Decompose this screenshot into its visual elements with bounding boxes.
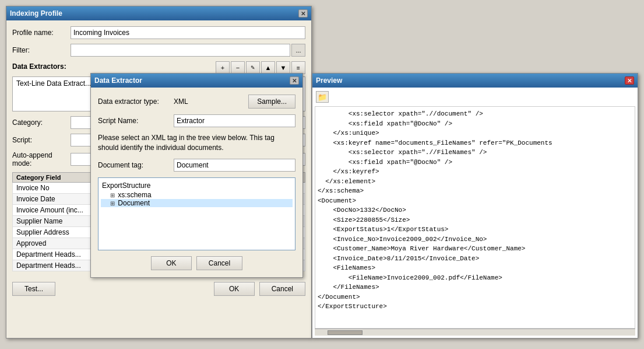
doc-tag-label: Document tag: bbox=[98, 161, 174, 169]
preview-title: Preview bbox=[316, 76, 342, 85]
schema-expand-icon: ⊞ bbox=[110, 192, 115, 198]
add-extractor-btn[interactable]: + bbox=[216, 61, 230, 74]
profile-name-row: Profile name: bbox=[12, 26, 305, 39]
xml-line: <xs:keyref name="documents_FileNames" re… bbox=[318, 138, 632, 148]
tree-schema-label: xs:schema bbox=[118, 191, 151, 199]
extractor-dialog-title: Data Extractor bbox=[94, 76, 142, 85]
xml-line: <xs:selector xpath=".//FileNames" /> bbox=[318, 148, 632, 158]
xml-preview[interactable]: <xs:selector xpath=".//document" /> <xs:… bbox=[315, 106, 635, 329]
tree-document-label: Document bbox=[118, 199, 150, 207]
edit-extractor-btn[interactable]: ✎ bbox=[246, 61, 260, 74]
xml-line: <FileName>Invoice2009_002.pdf</FileName> bbox=[318, 273, 632, 283]
xml-line: </ExportStructure> bbox=[318, 302, 632, 312]
horizontal-scrollbar[interactable] bbox=[315, 329, 635, 336]
xml-tree[interactable]: ExportStructure ⊞ xs:schema ⊞ Document bbox=[98, 177, 295, 250]
xml-line: </xs:keyref> bbox=[318, 167, 632, 177]
tree-root-label: ExportStructure bbox=[102, 182, 150, 190]
test-button[interactable]: Test... bbox=[12, 282, 55, 296]
xml-line: </FileNames> bbox=[318, 282, 632, 292]
xml-line: <xs:field xpath="@DocNo" /> bbox=[318, 119, 632, 129]
script-name-label: Script Name: bbox=[98, 117, 174, 125]
extractor-dialog-window: Data Extractor ✕ Data extractor type: XM… bbox=[90, 73, 303, 278]
xml-line: </xs:unique> bbox=[318, 128, 632, 138]
xml-line: </xs:element> bbox=[318, 177, 632, 187]
xml-line: <xs:selector xpath=".//document" /> bbox=[318, 109, 632, 119]
category-label: Category: bbox=[12, 118, 71, 127]
script-name-input[interactable] bbox=[174, 114, 295, 127]
extractor-cancel-button[interactable]: Cancel bbox=[196, 256, 242, 270]
folder-icon: 📁 bbox=[318, 93, 327, 102]
ok-button[interactable]: OK bbox=[214, 282, 255, 296]
tree-root-item[interactable]: ExportStructure bbox=[101, 180, 293, 191]
extractor-dialog-buttons: OK Cancel bbox=[98, 256, 295, 270]
xml-line: </Document> bbox=[318, 292, 632, 302]
doc-tag-row: Document tag: bbox=[98, 159, 295, 172]
tree-schema-item[interactable]: ⊞ xs:schema bbox=[101, 191, 293, 199]
dialog-description: Please select an XML tag in the tree vie… bbox=[98, 133, 295, 153]
xml-line: <Invoice_No>Invoice2009_002</Invoice_No> bbox=[318, 235, 632, 245]
indexing-window-title: Indexing Profile bbox=[10, 9, 62, 18]
folder-icon-btn[interactable]: 📁 bbox=[316, 91, 329, 103]
profile-name-input[interactable] bbox=[71, 26, 305, 39]
type-value: XML bbox=[174, 97, 188, 106]
xml-line: </xs:schema> bbox=[318, 186, 632, 196]
xml-line: <xs:field xpath="@DocNo" /> bbox=[318, 158, 632, 167]
xml-line: <FileNames> bbox=[318, 263, 632, 273]
up-extractor-btn[interactable]: ▲ bbox=[261, 61, 275, 74]
extractor-ok-button[interactable]: OK bbox=[151, 256, 192, 270]
script-label: Script: bbox=[12, 136, 71, 144]
doc-tag-input[interactable] bbox=[174, 159, 295, 172]
xml-line: <Size>2280855</Size> bbox=[318, 215, 632, 225]
filter-label: Filter: bbox=[12, 46, 71, 54]
scrollbar-thumb[interactable] bbox=[328, 330, 363, 335]
filter-row: Filter: ... bbox=[12, 44, 305, 57]
preview-close-btn[interactable]: ✕ bbox=[625, 76, 634, 85]
profile-name-label: Profile name: bbox=[12, 29, 71, 37]
extractor-dialog-close[interactable]: ✕ bbox=[290, 76, 299, 85]
extractor-dialog-titlebar: Data Extractor ✕ bbox=[91, 74, 302, 88]
extractor-dialog-content: Data extractor type: XML Sample... Scrip… bbox=[91, 88, 302, 277]
type-row: Data extractor type: XML Sample... bbox=[98, 95, 295, 109]
more-extractor-btn[interactable]: ≡ bbox=[291, 61, 305, 74]
sample-button[interactable]: Sample... bbox=[248, 95, 295, 109]
xml-line: <Customer_Name>Moya River Hardware</Cust… bbox=[318, 244, 632, 254]
remove-extractor-btn[interactable]: − bbox=[231, 61, 245, 74]
xml-line: <ExportStatus>1</ExportStatus> bbox=[318, 225, 632, 235]
preview-content: 📁 <xs:selector xpath=".//document" /> <x… bbox=[312, 88, 638, 338]
preview-window: Preview ✕ 📁 <xs:selector xpath=".//docum… bbox=[312, 73, 638, 338]
indexing-window-close[interactable]: ✕ bbox=[298, 9, 308, 18]
preview-toolbar: 📁 bbox=[315, 90, 635, 104]
xml-line: <Invoice_Date>8/11/2015</Invoice_Date> bbox=[318, 254, 632, 264]
down-extractor-btn[interactable]: ▼ bbox=[276, 61, 290, 74]
filter-input[interactable] bbox=[71, 44, 290, 57]
cancel-button[interactable]: Cancel bbox=[259, 282, 305, 296]
xml-line: <Document> bbox=[318, 196, 632, 206]
indexing-window-titlebar: Indexing Profile ✕ bbox=[6, 6, 311, 20]
document-expand-icon: ⊞ bbox=[110, 200, 115, 207]
type-label: Data extractor type: bbox=[98, 97, 174, 106]
filter-browse-btn[interactable]: ... bbox=[291, 44, 305, 57]
script-name-row: Script Name: bbox=[98, 114, 295, 127]
preview-titlebar: Preview ✕ bbox=[312, 74, 638, 88]
xml-line: <DocNo>1332</DocNo> bbox=[318, 205, 632, 215]
extractors-label: Data Extractors: bbox=[12, 62, 66, 71]
indexing-bottom-buttons: Test... OK Cancel bbox=[12, 277, 305, 296]
auto-append-label: Auto-append mode: bbox=[12, 151, 71, 167]
tree-document-item[interactable]: ⊞ Document bbox=[101, 199, 293, 207]
